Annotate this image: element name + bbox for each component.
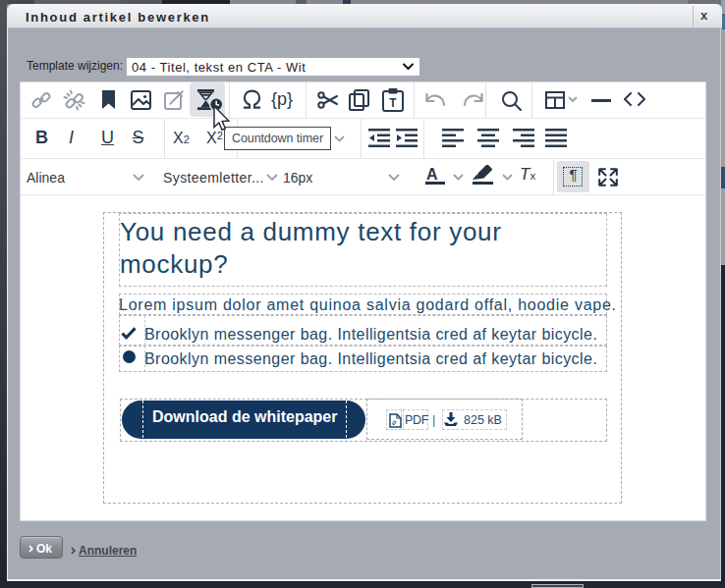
svg-text:T: T bbox=[389, 96, 397, 110]
